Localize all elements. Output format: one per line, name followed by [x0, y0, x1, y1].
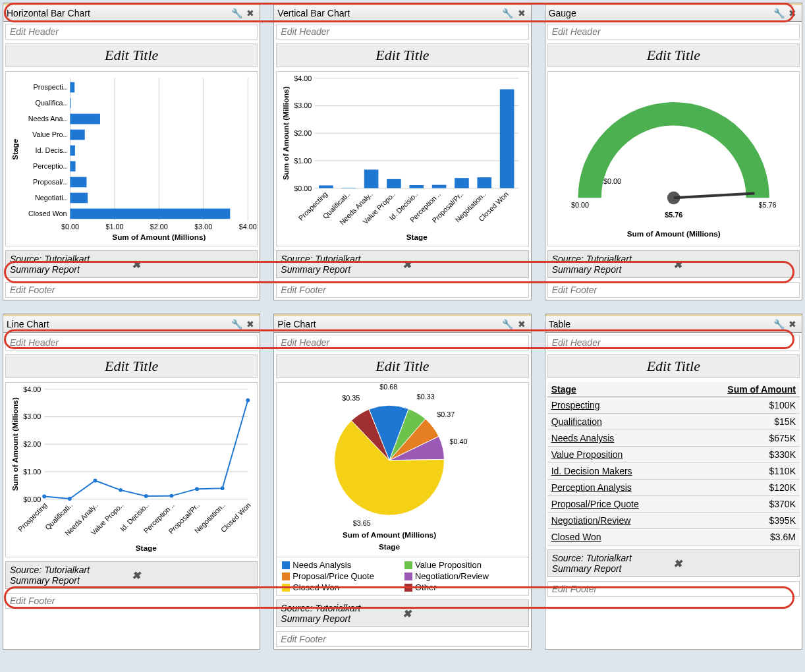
wrench-icon[interactable]: 🔧 [773, 318, 785, 330]
source-close-icon[interactable]: ✖ [132, 569, 254, 582]
widget-table: 🔧✖ Edit Header Edit Title StageSum of Am… [545, 314, 802, 650]
edit-header[interactable]: Edit Header [547, 24, 800, 40]
svg-rect-54 [478, 177, 492, 188]
svg-rect-16 [70, 130, 84, 140]
edit-footer[interactable]: Edit Footer [547, 581, 800, 597]
svg-text:Prospecting: Prospecting [16, 501, 49, 533]
edit-header[interactable]: Edit Header [5, 24, 258, 40]
widget-type-input[interactable] [7, 319, 229, 329]
svg-text:$0.35: $0.35 [343, 394, 360, 402]
close-icon[interactable]: ✖ [516, 318, 528, 330]
svg-text:Sum of Amount (Millions): Sum of Amount (Millions) [11, 397, 19, 491]
close-icon[interactable]: ✖ [787, 7, 798, 19]
svg-text:$4.00: $4.00 [239, 223, 257, 231]
svg-text:$3.00: $3.00 [23, 412, 41, 420]
edit-title[interactable]: Edit Title [276, 354, 528, 378]
source-text: Source: Tutorialkart Summary Report [552, 254, 674, 275]
svg-text:$1.00: $1.00 [105, 223, 123, 231]
legend-item: Proposal/Price Quote [282, 571, 401, 581]
edit-title[interactable]: Edit Title [5, 43, 258, 67]
table-row[interactable]: Closed Won$3.6M [547, 529, 800, 546]
widget-type-input[interactable] [277, 8, 499, 18]
table-row[interactable]: Id. Decision Makers$110K [547, 463, 800, 480]
widget-type-input[interactable] [549, 319, 771, 329]
source-close-icon[interactable]: ✖ [673, 557, 795, 570]
close-icon[interactable]: ✖ [244, 318, 256, 330]
wrench-icon[interactable]: 🔧 [231, 7, 242, 19]
svg-rect-10 [70, 82, 74, 93]
table-row[interactable]: Needs Analysis$675K [547, 430, 800, 447]
dashboard-grid: 🔧 ✖ Edit Header Edit Title $0.00$1.00$2.… [3, 3, 802, 650]
pie-chart: $0.68$0.33$0.37$0.40$3.65$0.35Sum of Amo… [276, 382, 528, 596]
edit-header[interactable]: Edit Header [276, 335, 528, 350]
edit-footer[interactable]: Edit Footer [5, 593, 258, 609]
svg-text:$5.76: $5.76 [665, 211, 682, 219]
edit-title[interactable]: Edit Title [5, 354, 258, 378]
svg-text:$3.65: $3.65 [353, 519, 371, 527]
wrench-icon[interactable]: 🔧 [231, 318, 242, 330]
svg-text:$4.00: $4.00 [294, 74, 312, 82]
edit-footer[interactable]: Edit Footer [547, 282, 800, 298]
wrench-icon[interactable]: 🔧 [502, 7, 514, 19]
svg-text:Stage: Stage [379, 542, 400, 551]
source-close-icon[interactable]: ✖ [673, 258, 795, 271]
source-close-icon[interactable]: ✖ [402, 607, 524, 620]
svg-text:$2.00: $2.00 [23, 440, 41, 448]
source-text: Source: Tutorialkart Summary Report [10, 254, 132, 275]
table-row[interactable]: Negotiation/Review$395K [547, 513, 800, 529]
vbar-chart: $0.00$1.00$2.00$3.00$4.00ProspectingQual… [276, 71, 528, 246]
svg-rect-44 [364, 169, 379, 188]
source-close-icon[interactable]: ✖ [132, 258, 254, 271]
legend-item: Negotiation/Review [404, 571, 523, 581]
edit-footer[interactable]: Edit Footer [276, 631, 528, 647]
edit-title[interactable]: Edit Title [547, 354, 800, 378]
table-row[interactable]: Qualification$15K [547, 414, 800, 430]
widget-title-bar: 🔧 ✖ [3, 3, 260, 22]
wrench-icon[interactable]: 🔧 [773, 7, 785, 19]
close-icon[interactable]: ✖ [516, 7, 528, 19]
svg-text:Sum of Amount (Millions): Sum of Amount (Millions) [281, 86, 290, 180]
edit-header[interactable]: Edit Header [5, 335, 258, 350]
widget-type-input[interactable] [277, 319, 499, 329]
widget-type-input[interactable] [7, 8, 229, 18]
table-row[interactable]: Value Proposition$330K [547, 447, 800, 463]
close-icon[interactable]: ✖ [244, 7, 256, 19]
table-row[interactable]: Prospecting$100K [547, 397, 800, 414]
widget-hbar: 🔧 ✖ Edit Header Edit Title $0.00$1.00$2.… [3, 3, 260, 300]
svg-text:$0.00: $0.00 [61, 223, 79, 231]
svg-text:$3.00: $3.00 [294, 101, 312, 109]
widget-line: 🔧✖ Edit Header Edit Title $0.00$1.00$2.0… [3, 314, 260, 650]
widget-gauge: 🔧✖ Edit Header Edit Title $0.00 $0.00 $5… [545, 3, 802, 300]
svg-text:$4.00: $4.00 [23, 385, 41, 393]
col-header[interactable]: Stage [547, 382, 688, 397]
legend-item: Other [404, 582, 523, 592]
table-row[interactable]: Perception Analysis$120K [547, 480, 800, 496]
wrench-icon[interactable]: 🔧 [502, 318, 514, 330]
svg-text:Id. Decis..: Id. Decis.. [36, 146, 67, 154]
svg-rect-12 [70, 98, 70, 109]
svg-text:$5.76: $5.76 [758, 201, 776, 209]
source-bar: Source: Tutorialkart Summary Report✖ [5, 561, 258, 589]
close-icon[interactable]: ✖ [787, 318, 798, 330]
svg-text:$0.37: $0.37 [437, 410, 455, 418]
legend-item: Needs Analysis [282, 560, 401, 570]
svg-text:Prospecti..: Prospecti.. [34, 83, 67, 91]
svg-rect-56 [500, 89, 514, 188]
source-bar: Source: Tutorialkart Summary Report✖ [547, 549, 800, 577]
data-table: StageSum of AmountProspecting$100KQualif… [547, 382, 800, 546]
edit-header[interactable]: Edit Header [547, 335, 800, 350]
col-header[interactable]: Sum of Amount [688, 382, 800, 397]
svg-text:Stage: Stage [406, 233, 428, 241]
widget-type-input[interactable] [549, 8, 771, 18]
edit-footer[interactable]: Edit Footer [276, 282, 528, 298]
edit-footer[interactable]: Edit Footer [5, 282, 258, 298]
edit-title[interactable]: Edit Title [547, 43, 800, 67]
svg-rect-24 [70, 193, 88, 204]
edit-title[interactable]: Edit Title [276, 43, 528, 67]
edit-header[interactable]: Edit Header [276, 24, 528, 40]
source-close-icon[interactable]: ✖ [402, 258, 524, 271]
svg-text:Sum of Amount (Millions): Sum of Amount (Millions) [626, 229, 720, 238]
gauge-chart: $0.00 $0.00 $5.76 $5.76 Sum of Amount (M… [547, 71, 800, 246]
table-row[interactable]: Proposal/Price Quote$370K [547, 496, 800, 513]
svg-line-61 [673, 193, 754, 198]
